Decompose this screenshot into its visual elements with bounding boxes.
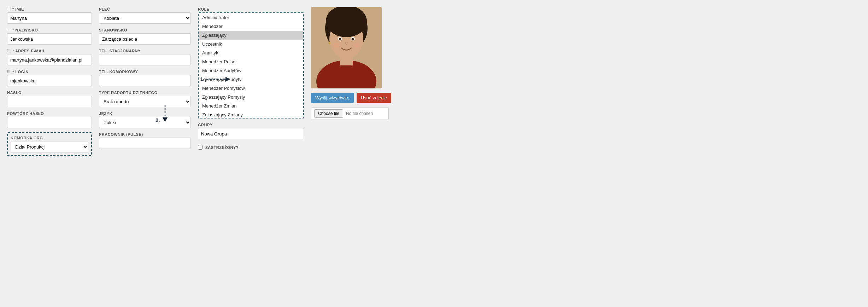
tel-kom-field-group: TEL. KOMÓRKOWY 1. <box>99 70 191 86</box>
column-1: * IMIĘ * NAZWISKO * ADRES E-MAIL * LOGIN <box>7 7 92 156</box>
tel-stac-input[interactable] <box>99 54 191 65</box>
grupy-field-group: GRUPY <box>198 123 304 139</box>
plec-label: PŁEĆ <box>99 7 191 11</box>
svg-point-12 <box>333 43 340 48</box>
tel-kom-label: TEL. KOMÓRKOWY <box>99 70 191 74</box>
svg-point-10 <box>339 38 341 41</box>
photo-btn-row: Wyślij wizytówkę Usuń zdjęcie <box>311 93 389 103</box>
powtorz-input[interactable] <box>7 117 92 128</box>
no-file-text: No file chosen <box>346 111 373 116</box>
role-listbox[interactable]: Administrator Menedżer Zgłaszający Uczes… <box>198 12 304 118</box>
plec-select[interactable]: Kobieta Mężczyzna <box>99 12 191 24</box>
role-menedzer-pomyslow[interactable]: Menedżer Pomysłów <box>199 84 303 93</box>
powtorz-field-group: POWTÓRZ HASŁO <box>7 111 92 128</box>
svg-point-11 <box>352 38 354 41</box>
haslo-label: HASŁO <box>7 91 92 95</box>
imie-field-group: * IMIĘ <box>7 7 92 24</box>
grupy-input[interactable] <box>198 128 304 139</box>
wysylij-button[interactable]: Wyślij wizytówkę <box>311 93 354 103</box>
choose-file-button[interactable]: Choose file <box>314 109 343 118</box>
role-zglaszajacy-pomysly[interactable]: Zgłaszający Pomysły <box>199 93 303 102</box>
zastrzezony-row: ZASTRZEŻONY? <box>198 145 304 150</box>
raport-label: TYPE RAPORTU DZIENNEGO <box>99 91 191 95</box>
role-zglaszajacy[interactable]: Zgłaszający <box>199 31 303 40</box>
role-menedzer-audytow[interactable]: Menedżer Audytów <box>199 66 303 75</box>
pracownik-input[interactable] <box>99 138 191 149</box>
stanowisko-input[interactable] <box>99 33 191 45</box>
role-uczestnik[interactable]: Uczestnik <box>199 40 303 48</box>
role-administrator[interactable]: Administrator <box>199 13 303 22</box>
komorkorg-label: KOMÓRKA ORG. <box>11 136 88 140</box>
person-photo-svg <box>311 7 382 88</box>
form-container: * IMIĘ * NAZWISKO * ADRES E-MAIL * LOGIN <box>7 7 861 156</box>
role-zglaszajacy-zmiany[interactable]: Zgłaszający Zmiany <box>199 110 303 118</box>
nazwisko-label: * NAZWISKO <box>7 28 92 32</box>
svg-marker-1 <box>163 117 168 122</box>
file-input-row: Choose file No file chosen <box>311 107 389 120</box>
avatar-photo <box>311 7 382 88</box>
stanowisko-field-group: STANOWISKO <box>99 28 191 45</box>
usun-button[interactable]: Usuń zdjęcie <box>357 93 391 103</box>
email-input[interactable] <box>7 54 92 65</box>
tel-stac-label: TEL. STACJONARNY <box>99 49 191 53</box>
role-menedzer-zmian[interactable]: Menedżer Zmian <box>199 102 303 110</box>
login-field-group: * LOGIN <box>7 70 92 86</box>
email-field-group: * ADRES E-MAIL <box>7 49 92 65</box>
login-label: * LOGIN <box>7 70 92 74</box>
powtorz-label: POWTÓRZ HASŁO <box>7 111 92 116</box>
plec-field-group: PŁEĆ Kobieta Mężczyzna <box>99 7 191 24</box>
annotation-2-arrow <box>162 103 183 123</box>
svg-point-14 <box>328 42 330 44</box>
tel-stac-field-group: TEL. STACJONARNY <box>99 49 191 65</box>
role-menedzer[interactable]: Menedżer <box>199 22 303 31</box>
grupy-label: GRUPY <box>198 123 304 127</box>
role-menedzer-pulse[interactable]: Menedżer Pulse <box>199 57 303 66</box>
login-input[interactable] <box>7 75 92 86</box>
tel-kom-input[interactable] <box>99 75 191 86</box>
role-label: ROLE <box>198 7 304 11</box>
nazwisko-field-group: * NAZWISKO <box>7 28 92 45</box>
role-field-group: ROLE Administrator Menedżer Zgłaszający … <box>198 7 304 118</box>
svg-point-13 <box>353 43 360 48</box>
pracownik-label: PRACOWNIK (PULSE) <box>99 132 191 137</box>
imie-input[interactable] <box>7 12 92 24</box>
pracownik-field-group: PRACOWNIK (PULSE) <box>99 132 191 149</box>
zastrzezony-checkbox[interactable] <box>198 145 203 150</box>
komorkorg-select[interactable]: Dział Produkcji <box>11 141 88 152</box>
email-label: * ADRES E-MAIL <box>7 49 92 53</box>
haslo-input[interactable] <box>7 96 92 107</box>
stanowisko-label: STANOWISKO <box>99 28 191 32</box>
column-2: PŁEĆ Kobieta Mężczyzna STANOWISKO TEL. S… <box>99 7 191 156</box>
zastrzezony-label: ZASTRZEŻONY? <box>205 145 239 150</box>
role-analityk[interactable]: Analityk <box>199 48 303 57</box>
column-4: Wyślij wizytówkę Usuń zdjęcie Choose fil… <box>311 7 389 156</box>
komorkorg-dashed-box: KOMÓRKA ORG. Dział Produkcji <box>7 132 92 156</box>
svg-rect-7 <box>340 53 353 65</box>
imie-label: * IMIĘ <box>7 7 92 11</box>
nazwisko-input[interactable] <box>7 33 92 45</box>
haslo-field-group: HASŁO <box>7 91 92 107</box>
